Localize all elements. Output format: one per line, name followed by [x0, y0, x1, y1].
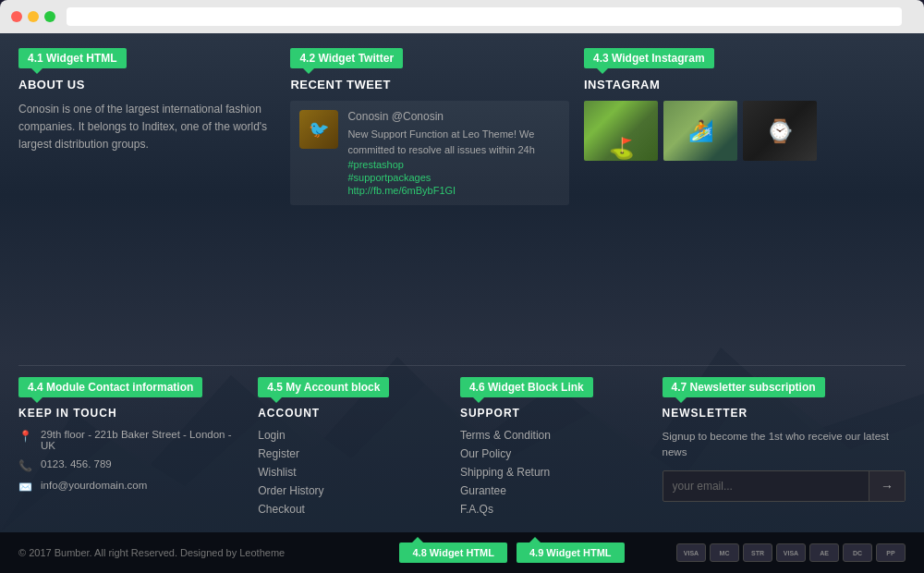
minimize-button[interactable] — [28, 11, 39, 22]
widget-45-badge: 4.5 My Account block — [258, 377, 389, 397]
instagram-image-2[interactable] — [663, 101, 737, 161]
payment-icons: VISA MC STR VISA AE DC PP — [676, 543, 906, 562]
payment-icon-7: PP — [876, 543, 906, 562]
contact-address: 📍 29th floor - 221b Baker Street - Londo… — [18, 429, 243, 451]
about-heading: ABOUT US — [18, 78, 275, 91]
location-icon: 📍 — [18, 430, 31, 443]
tweet-user: Conosin @Conosin — [347, 110, 560, 123]
support-link-shipping[interactable]: Shipping & Return — [460, 466, 648, 479]
newsletter-form: → — [663, 470, 906, 502]
widget-41-badge: 4.1 Widget HTML — [18, 48, 127, 68]
payment-icon-4: VISA — [776, 543, 806, 562]
account-heading: ACCOUNT — [258, 407, 445, 420]
contact-heading: KEEP IN TOUCH — [18, 407, 243, 420]
newsletter-desc: Signup to become the 1st who receive our… — [663, 429, 906, 461]
widget-43-badge: 4.3 Widget Instagram — [584, 48, 714, 68]
widget-48-badge: 4.8 Widget HTML — [399, 543, 507, 563]
tweet-link[interactable]: http://fb.me/6mBybF1GI — [347, 185, 560, 196]
contact-column: 4.4 Module Contact information KEEP IN T… — [18, 377, 243, 521]
support-links: Terms & Condition Our Policy Shipping & … — [460, 429, 648, 516]
account-link-wishlist[interactable]: Wishlist — [258, 466, 445, 479]
newsletter-column: 4.7 Newsletter subscription NEWSLETTER S… — [663, 377, 906, 521]
newsletter-email-input[interactable] — [663, 471, 869, 501]
footer-bar: © 2017 Bumber. All right Reserved. Desig… — [0, 532, 924, 573]
tweet-text: New Support Function at Leo Theme! We co… — [347, 127, 560, 157]
newsletter-submit-button[interactable]: → — [869, 471, 905, 501]
tweet-box: 🐦 Conosin @Conosin New Support Function … — [290, 101, 569, 205]
account-link-checkout[interactable]: Checkout — [258, 503, 445, 516]
payment-icon-3: STR — [743, 543, 772, 562]
payment-icon-1: VISA — [676, 543, 706, 562]
payment-icon-2: MC — [710, 543, 739, 562]
widget-46-badge: 4.6 Widget Block Link — [460, 377, 593, 397]
tweet-avatar: 🐦 — [299, 110, 338, 149]
maximize-button[interactable] — [44, 11, 55, 22]
payment-icon-6: DC — [843, 543, 872, 562]
instagram-image-1[interactable] — [584, 101, 658, 161]
support-link-guarantee[interactable]: Gurantee — [460, 484, 648, 497]
support-link-terms[interactable]: Terms & Condition — [460, 429, 648, 442]
support-column: 4.6 Widget Block Link SUPPORT Terms & Co… — [460, 377, 648, 521]
content-wrapper: 4.1 Widget HTML ABOUT US Conosin is one … — [0, 33, 924, 532]
email-icon: ✉️ — [18, 481, 31, 494]
support-link-policy[interactable]: Our Policy — [460, 447, 648, 460]
account-links: Login Register Wishlist Order History Ch… — [258, 429, 445, 516]
main-content: 4.1 Widget HTML ABOUT US Conosin is one … — [0, 33, 924, 573]
tweet-tag1[interactable]: #prestashop — [347, 159, 560, 170]
widget-49-badge: 4.9 Widget HTML — [517, 543, 625, 563]
tweet-content: Conosin @Conosin New Support Function at… — [347, 110, 560, 196]
traffic-lights — [11, 11, 55, 22]
twitter-heading: RECENT TWEET — [290, 78, 569, 91]
instagram-image-3[interactable]: ⌚ — [743, 101, 817, 161]
contact-email: ✉️ info@yourdomain.com — [18, 480, 243, 494]
widget-47-badge: 4.7 Newsletter subscription — [663, 377, 825, 397]
payment-icon-5: AE — [809, 543, 839, 562]
about-text: Conosin is one of the largest internatio… — [18, 101, 275, 154]
bottom-section: 4.4 Module Contact information KEEP IN T… — [0, 366, 924, 532]
instagram-grid: ⌚ — [584, 101, 906, 161]
instagram-heading: INSTAGRAM — [584, 78, 906, 91]
support-heading: SUPPORT — [460, 407, 648, 420]
phone-icon: 📞 — [18, 459, 31, 472]
close-button[interactable] — [11, 11, 22, 22]
account-link-login[interactable]: Login — [258, 429, 445, 442]
tweet-tag2[interactable]: #supportpackages — [347, 172, 560, 183]
support-link-faq[interactable]: F.A.Qs — [460, 503, 648, 516]
account-link-orders[interactable]: Order History — [258, 484, 445, 497]
instagram-column: 4.3 Widget Instagram INSTAGRAM ⌚ — [584, 48, 906, 356]
widget-42-badge: 4.2 Widget Twitter — [290, 48, 403, 68]
about-column: 4.1 Widget HTML ABOUT US Conosin is one … — [18, 48, 275, 356]
footer-copyright: © 2017 Bumber. All right Reserved. Desig… — [18, 547, 347, 558]
account-column: 4.5 My Account block ACCOUNT Login Regis… — [258, 377, 445, 521]
widget-44-badge: 4.4 Module Contact information — [18, 377, 202, 397]
address-bar[interactable] — [67, 7, 902, 26]
footer-widgets: 4.8 Widget HTML 4.9 Widget HTML — [347, 543, 676, 563]
top-section: 4.1 Widget HTML ABOUT US Conosin is one … — [0, 33, 924, 365]
twitter-column: 4.2 Widget Twitter RECENT TWEET 🐦 Conosi… — [290, 48, 569, 356]
newsletter-heading: NEWSLETTER — [663, 407, 906, 420]
window-chrome — [0, 0, 924, 33]
account-link-register[interactable]: Register — [258, 447, 445, 460]
contact-phone: 📞 0123. 456. 789 — [18, 458, 243, 472]
